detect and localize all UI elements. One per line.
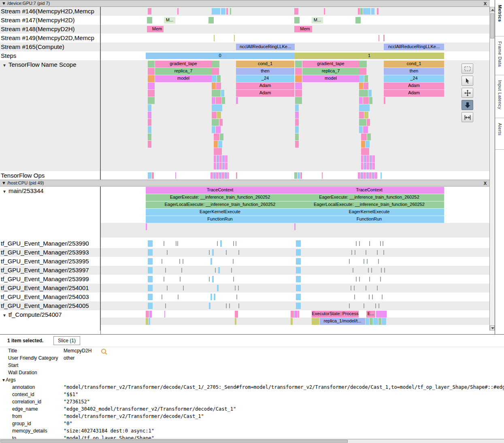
trace-event[interactable] bbox=[291, 318, 293, 325]
horizontal-scrollbar[interactable] bbox=[0, 439, 504, 443]
track-label[interactable]: ▼TensorFlow Name Scope bbox=[0, 60, 100, 171]
trace-event[interactable] bbox=[148, 249, 153, 256]
trace-event-model[interactable]: model bbox=[302, 75, 359, 82]
trace-event[interactable] bbox=[215, 268, 216, 273]
trace-event[interactable] bbox=[235, 286, 236, 290]
trace-event[interactable] bbox=[379, 35, 379, 41]
horizontal-scrollbar-thumb[interactable] bbox=[0, 440, 348, 443]
trace-event[interactable] bbox=[367, 134, 371, 140]
trace-event[interactable] bbox=[148, 141, 151, 148]
trace-event-adam[interactable]: Adam bbox=[236, 83, 294, 89]
trace-event[interactable] bbox=[183, 286, 184, 290]
trace-event[interactable] bbox=[217, 75, 221, 82]
trace-event[interactable] bbox=[294, 8, 298, 15]
trace-event[interactable] bbox=[146, 311, 149, 318]
trace-event-eagerlocalexecute-inference-trai[interactable]: EagerLocalExecute: __inference_train_fun… bbox=[294, 201, 444, 208]
zoom-down-tool-button[interactable] bbox=[461, 100, 473, 110]
trace-event[interactable] bbox=[148, 90, 155, 97]
trace-event[interactable] bbox=[231, 268, 232, 273]
trace-event[interactable] bbox=[212, 83, 216, 89]
trace-event[interactable] bbox=[218, 267, 220, 273]
trace-event[interactable] bbox=[214, 35, 215, 41]
trace-event[interactable] bbox=[363, 97, 369, 104]
trace-event-m[interactable]: M... bbox=[164, 17, 175, 23]
trace-event[interactable] bbox=[216, 83, 221, 89]
trace-event-eagerexecute-inference-train-fun[interactable]: EagerExecute: __inference_train_function… bbox=[294, 194, 444, 201]
fit-width-tool-button[interactable] bbox=[461, 112, 473, 122]
trace-event[interactable] bbox=[209, 277, 210, 282]
trace-event[interactable] bbox=[236, 172, 237, 179]
trace-event[interactable] bbox=[212, 249, 214, 256]
track-label[interactable]: Stream #149(MemcpyD2D,Memcp bbox=[0, 34, 100, 42]
trace-event-adam[interactable]: Adam bbox=[384, 83, 444, 89]
trace-event[interactable] bbox=[212, 104, 222, 111]
args-expander-icon[interactable]: ▼ bbox=[2, 377, 6, 384]
trace-event[interactable] bbox=[176, 241, 177, 246]
side-tab-frame-data[interactable]: Frame Data bbox=[495, 36, 504, 75]
trace-event[interactable] bbox=[236, 241, 236, 246]
trace-event-mem[interactable]: Mem bbox=[151, 26, 164, 32]
trace-event[interactable] bbox=[148, 83, 155, 89]
trace-event[interactable] bbox=[324, 8, 325, 15]
trace-event[interactable] bbox=[359, 68, 366, 75]
trace-event[interactable] bbox=[165, 303, 166, 308]
trace-event[interactable] bbox=[147, 17, 152, 23]
scroll-down-button[interactable] bbox=[490, 325, 495, 331]
trace-event[interactable] bbox=[369, 97, 372, 104]
trace-event[interactable] bbox=[221, 8, 225, 15]
trace-event[interactable] bbox=[353, 268, 353, 273]
trace-event[interactable] bbox=[216, 97, 221, 104]
trace-event[interactable] bbox=[148, 303, 153, 309]
trace-event[interactable] bbox=[164, 277, 164, 282]
close-icon[interactable]: X bbox=[484, 1, 487, 7]
trace-event[interactable] bbox=[359, 241, 360, 246]
trace-event[interactable] bbox=[294, 311, 298, 318]
trace-event[interactable] bbox=[233, 277, 234, 282]
trace-event[interactable] bbox=[148, 258, 153, 265]
trace-event[interactable] bbox=[383, 241, 383, 246]
trace-event[interactable] bbox=[367, 259, 368, 264]
trace-event[interactable] bbox=[351, 286, 351, 290]
trace-event-functionrun[interactable]: FunctionRun bbox=[294, 216, 444, 223]
trace-event[interactable] bbox=[384, 97, 385, 104]
trace-event-ncclallreduceringllke[interactable]: ncclAllReduceRingLLKe... bbox=[236, 44, 295, 50]
trace-event[interactable] bbox=[212, 75, 217, 82]
trace-event[interactable] bbox=[364, 75, 368, 82]
trace-event[interactable] bbox=[377, 8, 379, 15]
trace-event-model[interactable]: model bbox=[155, 75, 212, 82]
trace-event[interactable] bbox=[214, 155, 228, 162]
trace-event[interactable] bbox=[148, 172, 151, 179]
trace-event[interactable] bbox=[298, 172, 300, 179]
trace-event[interactable] bbox=[364, 112, 368, 119]
trace-event[interactable] bbox=[233, 259, 234, 264]
track-label[interactable]: tf_GPU_Event_Manager/253995 bbox=[0, 257, 100, 266]
trace-event[interactable] bbox=[359, 83, 363, 89]
trace-event[interactable] bbox=[212, 8, 220, 15]
trace-event[interactable] bbox=[370, 318, 373, 325]
trace-event[interactable] bbox=[294, 223, 296, 230]
trace-event[interactable] bbox=[295, 97, 302, 104]
trace-event[interactable] bbox=[209, 303, 211, 309]
trace-event[interactable] bbox=[234, 35, 235, 41]
vertical-scrollbar-thumb[interactable] bbox=[490, 13, 494, 38]
trace-event[interactable] bbox=[296, 276, 301, 282]
trace-event-replica-7[interactable]: replica_7 bbox=[302, 68, 359, 75]
trace-event[interactable] bbox=[167, 286, 168, 290]
trace-event[interactable] bbox=[180, 277, 181, 282]
trace-event[interactable] bbox=[212, 112, 217, 119]
trace-event[interactable] bbox=[149, 318, 150, 325]
track-label[interactable]: Steps bbox=[0, 51, 100, 60]
trace-event[interactable] bbox=[383, 35, 385, 41]
trace-event[interactable] bbox=[162, 295, 162, 299]
trace-event-ncclallreduceringllke[interactable]: ncclAllReduceRingLLKe... bbox=[384, 44, 444, 50]
trace-event[interactable] bbox=[148, 267, 153, 273]
magnifier-icon[interactable] bbox=[101, 349, 106, 354]
trace-event[interactable] bbox=[148, 126, 151, 133]
section-header-cpu[interactable]: ▼ /host:CPU (pid 49)X bbox=[0, 180, 490, 187]
trace-event[interactable] bbox=[208, 17, 214, 23]
trace-event-eagerkernelexecute[interactable]: EagerKernelExecute bbox=[146, 209, 294, 216]
trace-event[interactable] bbox=[230, 8, 231, 15]
trace-event[interactable] bbox=[236, 97, 238, 104]
trace-event-functionrun[interactable]: FunctionRun bbox=[146, 216, 294, 223]
trace-event[interactable] bbox=[364, 259, 364, 264]
